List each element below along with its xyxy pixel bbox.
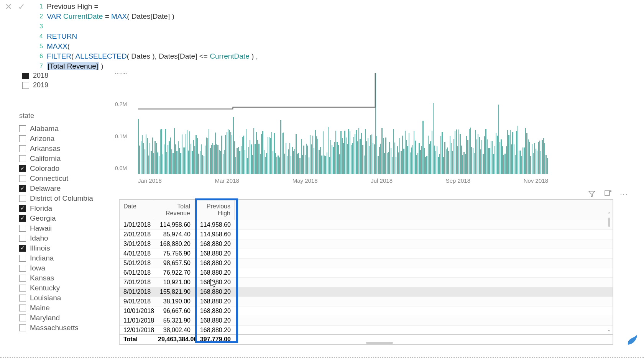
chart-bar[interactable]: [170, 138, 171, 174]
chart-bar[interactable]: [461, 146, 462, 174]
chart-bar[interactable]: [446, 149, 447, 174]
chart-bar[interactable]: [373, 143, 373, 174]
chart-bar[interactable]: [499, 142, 500, 174]
chart-bar[interactable]: [420, 150, 421, 174]
chart-bar[interactable]: [528, 139, 529, 174]
chart-bar[interactable]: [202, 155, 203, 174]
chart-bar[interactable]: [211, 145, 212, 174]
chart-bar[interactable]: [291, 156, 291, 174]
chart-bar[interactable]: [438, 157, 439, 174]
chart-bar[interactable]: [357, 141, 358, 174]
chart-bar[interactable]: [147, 138, 148, 175]
chart-bar[interactable]: [492, 141, 493, 174]
chart-bar[interactable]: [497, 136, 498, 174]
chart-bar[interactable]: [250, 140, 250, 174]
chart-bar[interactable]: [329, 157, 330, 174]
chart-bar[interactable]: [519, 151, 519, 174]
state-item[interactable]: Arizona: [19, 134, 107, 144]
chart-bar[interactable]: [515, 155, 516, 174]
chart-bar[interactable]: [172, 153, 173, 174]
chart-bar[interactable]: [223, 154, 223, 174]
chart-bar[interactable]: [325, 156, 326, 174]
chart-bar[interactable]: [491, 141, 491, 174]
chart-bar[interactable]: [374, 144, 375, 174]
column-header-previous-high[interactable]: Previous High: [194, 200, 235, 220]
chart-bar[interactable]: [455, 131, 455, 174]
chart-bar[interactable]: [339, 154, 340, 174]
chart-bar[interactable]: [204, 156, 204, 174]
chart-bar[interactable]: [463, 152, 464, 174]
chart-bar[interactable]: [361, 133, 362, 174]
checkbox-icon[interactable]: [22, 72, 29, 79]
chart-bar[interactable]: [280, 120, 281, 174]
state-item[interactable]: Colorado: [19, 164, 107, 174]
checkbox-icon[interactable]: [19, 285, 26, 292]
chart-bar[interactable]: [533, 153, 534, 174]
chart-bar[interactable]: [368, 138, 368, 174]
chart-bar[interactable]: [488, 148, 489, 174]
chart-bar[interactable]: [514, 144, 514, 174]
chart-bar[interactable]: [184, 147, 185, 174]
chart-bar[interactable]: [171, 149, 172, 174]
checkbox-icon[interactable]: [19, 145, 26, 152]
table-row[interactable]: 5/01/201898,657.50168,880.20: [120, 259, 613, 268]
chart-bar[interactable]: [225, 135, 226, 174]
chart-bar[interactable]: [378, 156, 378, 174]
chart-bar[interactable]: [403, 149, 404, 174]
chart-bar[interactable]: [335, 131, 336, 174]
chart-bar[interactable]: [520, 151, 521, 174]
state-item[interactable]: Maryland: [19, 313, 107, 323]
chart-bar[interactable]: [453, 139, 454, 174]
chart-bar[interactable]: [526, 133, 527, 174]
chart-bar[interactable]: [216, 144, 217, 174]
year-item[interactable]: 2019: [22, 80, 48, 90]
chart-bar[interactable]: [391, 148, 391, 174]
chart-bar[interactable]: [470, 128, 471, 174]
chart-bar[interactable]: [381, 128, 382, 174]
chart-bar[interactable]: [422, 121, 423, 174]
chart-bar[interactable]: [311, 144, 312, 174]
chart-bar[interactable]: [146, 134, 146, 174]
chart-bar[interactable]: [168, 145, 168, 174]
chart-bar[interactable]: [230, 132, 231, 174]
chart-bar[interactable]: [319, 150, 319, 174]
chart-bar[interactable]: [333, 147, 334, 174]
chart-bar[interactable]: [299, 158, 300, 174]
chart-bar[interactable]: [207, 138, 208, 174]
chart-bar[interactable]: [426, 156, 427, 174]
chart-bar[interactable]: [419, 143, 419, 174]
chart-bar[interactable]: [227, 132, 227, 174]
chart-bar[interactable]: [315, 130, 315, 174]
chart-bar[interactable]: [269, 137, 269, 174]
chart-bar[interactable]: [485, 129, 486, 174]
chart-bar[interactable]: [503, 155, 504, 174]
chart-bar[interactable]: [233, 117, 233, 174]
chart-bar[interactable]: [411, 147, 412, 174]
chart-bar[interactable]: [366, 141, 367, 174]
chart-bar[interactable]: [451, 143, 452, 174]
chart-bar[interactable]: [197, 138, 198, 174]
chart-bar[interactable]: [327, 152, 327, 174]
chart-bar[interactable]: [415, 141, 416, 174]
chart-bar[interactable]: [371, 134, 372, 174]
state-item[interactable]: Georgia: [19, 213, 107, 223]
chart-bar[interactable]: [462, 155, 463, 174]
chart-bar[interactable]: [317, 139, 318, 174]
state-item[interactable]: Florida: [19, 203, 107, 213]
chart-bar[interactable]: [425, 157, 426, 174]
chart-bar[interactable]: [189, 131, 190, 174]
chart-bar[interactable]: [255, 144, 255, 174]
chart-bar[interactable]: [396, 157, 396, 174]
chart-bar[interactable]: [387, 153, 388, 174]
chart-bar[interactable]: [179, 148, 180, 174]
scroll-up-icon[interactable]: ⌃: [606, 211, 612, 217]
chart-bar[interactable]: [353, 137, 354, 174]
chart-bar[interactable]: [245, 150, 245, 174]
more-options-icon[interactable]: ···: [619, 189, 629, 198]
chart-bar[interactable]: [237, 148, 237, 174]
chart-bar[interactable]: [401, 151, 401, 174]
chart-bar[interactable]: [398, 152, 399, 174]
chart-bar[interactable]: [205, 146, 205, 174]
chart-bar[interactable]: [498, 105, 499, 174]
checkbox-icon[interactable]: [19, 125, 26, 132]
